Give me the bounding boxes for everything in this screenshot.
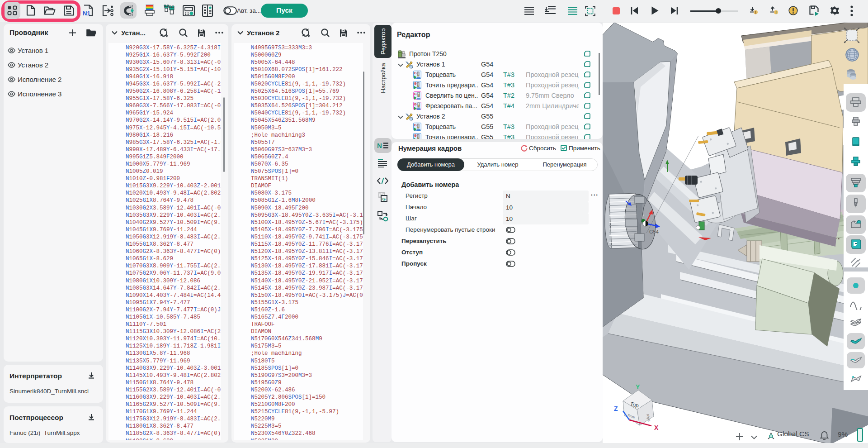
svg-text:G: G — [382, 196, 386, 201]
svg-text:G: G — [414, 71, 417, 75]
svg-text:N: N — [377, 142, 382, 149]
svg-text:G: G — [414, 81, 417, 86]
svg-text:G: G — [414, 92, 417, 96]
svg-text:!: ! — [755, 10, 756, 14]
svg-text:N1: N1 — [83, 10, 90, 16]
svg-text:G54: G54 — [649, 229, 659, 234]
svg-text:!: ! — [775, 10, 777, 14]
svg-text:G: G — [414, 133, 417, 138]
svg-text:G: G — [414, 123, 417, 127]
svg-text:X: X — [654, 424, 659, 431]
svg-text:G: G — [414, 102, 417, 106]
svg-text:Y: Y — [636, 383, 640, 391]
svg-text:Z: Z — [614, 405, 618, 412]
